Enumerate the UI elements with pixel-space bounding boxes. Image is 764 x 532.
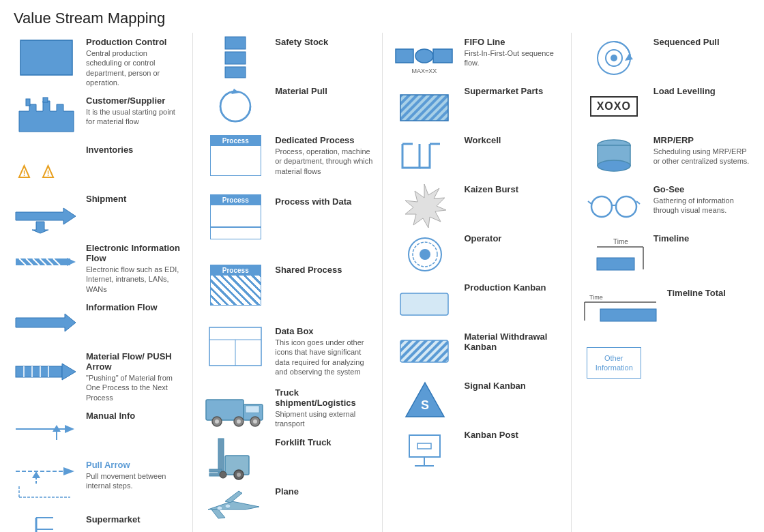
svg-text:MAX=XX: MAX=XX [411, 68, 437, 74]
item-supermarket: Supermarket [7, 510, 190, 532]
label-load-levelling: Load Levelling [653, 86, 716, 96]
svg-point-55 [237, 419, 241, 424]
icon-pull-arrow [12, 460, 80, 501]
icon-signal-kanban: S [391, 381, 459, 422]
item-manual-info: Manual Info [7, 407, 190, 456]
label-material-flow-push: Material Flow/ PUSH Arrow [86, 351, 184, 372]
icon-kaizen-burst [391, 184, 459, 225]
item-plane: Plane [196, 482, 379, 531]
item-pull-arrow: Pull Arrow Pull movement between interna… [7, 456, 190, 510]
icon-sequenced-pull [580, 37, 648, 78]
svg-marker-19 [16, 314, 76, 331]
icon-timeline-total: Time [580, 288, 662, 329]
label-forklift: Forklift Truck [275, 437, 331, 447]
label-supermarket: Supermarket [86, 514, 140, 524]
label-mrp-erp: MRP/ERP [653, 135, 752, 145]
svg-rect-79 [400, 95, 448, 121]
label-sequenced-pull: Sequenced Pull [653, 37, 720, 47]
desc-truck-shipment: Shipment using external transport [275, 409, 373, 429]
svg-point-63 [237, 473, 241, 477]
svg-marker-18 [67, 258, 76, 266]
column-2: Safety Stock Material Pull [196, 33, 379, 532]
item-truck-shipment: Truck shipment/Logistics Shipment using … [196, 383, 379, 433]
item-signal-kanban: S Signal Kanban [385, 376, 568, 426]
svg-text:!: ! [47, 169, 50, 177]
desc-fifo-line: First-In-First-Out sequence flow. [465, 48, 563, 68]
label-production-kanban: Production Kanban [465, 282, 546, 293]
svg-rect-73 [396, 49, 413, 63]
svg-point-104 [616, 196, 636, 217]
desc-dedicated-process: Process, operation, machine or departmen… [275, 147, 373, 176]
label-process-with-data: Process with Data [275, 196, 351, 207]
svg-rect-51 [246, 406, 259, 413]
svg-line-106 [588, 201, 591, 204]
icon-information-flow [12, 302, 80, 343]
svg-point-102 [598, 160, 630, 171]
item-inventories: ! ! Inventories [7, 141, 190, 190]
process-with-data-header: Process [211, 195, 261, 205]
shared-process-header: Process [211, 265, 261, 276]
icon-dedicated-process: Process [201, 135, 269, 176]
label-data-box: Data Box [275, 326, 373, 336]
item-kanban-post: Kanban Post [385, 426, 568, 475]
item-supermarket-parts: Supermarket Parts [385, 82, 568, 131]
label-signal-kanban: Signal Kanban [465, 381, 526, 391]
item-customer-supplier: Customer/Supplier It is the usual starti… [7, 91, 190, 141]
item-workcell: Workcell [385, 131, 568, 180]
page-title: Value Stream Mapping [0, 0, 764, 33]
item-material-flow-push: Material Flow/ PUSH Arrow "Pushing" of M… [7, 347, 190, 407]
svg-rect-59 [218, 439, 224, 473]
icon-supermarket-parts [391, 86, 459, 127]
label-dedicated-process: Dedicated Process [275, 135, 373, 145]
svg-marker-82 [405, 184, 446, 228]
column-1: Production Control Central production sc… [7, 33, 190, 532]
item-shipment: Shipment [7, 190, 190, 239]
item-timeline: Time Timeline [574, 229, 757, 284]
column-3: MAX=XX FIFO Line First-In-First-Out sequ… [385, 33, 568, 532]
label-timeline: Timeline [653, 233, 690, 243]
svg-point-66 [225, 504, 231, 508]
svg-rect-42 [225, 52, 246, 64]
icon-process-with-data: Process [201, 196, 269, 237]
svg-rect-89 [400, 340, 448, 362]
item-information-flow: Information Flow [7, 298, 190, 347]
svg-marker-8 [16, 208, 76, 224]
icon-supermarket [12, 514, 80, 532]
icon-go-see [580, 184, 648, 225]
item-sequenced-pull: Sequenced Pull [574, 33, 757, 82]
label-shipment: Shipment [86, 194, 126, 204]
item-fifo-line: MAX=XX FIFO Line First-In-First-Out sequ… [385, 33, 568, 82]
item-timeline-total: Time Timeline Total [574, 284, 757, 338]
svg-text:Time: Time [589, 294, 603, 301]
svg-point-53 [215, 419, 219, 424]
svg-marker-27 [65, 425, 74, 433]
item-data-box: Data Box This icon goes under other icon… [196, 322, 379, 383]
svg-rect-86 [400, 293, 448, 315]
label-material-pull: Material Pull [275, 86, 327, 96]
desc-mrp-erp: Scheduling using MRP/ERP or other centra… [653, 147, 752, 166]
label-production-control: Production Control [86, 37, 184, 47]
svg-rect-60 [209, 469, 222, 472]
svg-rect-111 [597, 258, 634, 270]
item-forklift: Forklift Truck [196, 433, 379, 482]
item-shared-process: Process Shared Process [196, 261, 379, 322]
icon-shipment [12, 194, 80, 235]
item-mrp-erp: MRP/ERP Scheduling using MRP/ERP or othe… [574, 131, 757, 180]
desc-pull-arrow: Pull movement between internal steps. [86, 471, 184, 491]
item-material-withdrawal-kanban: Material Withdrawal Kanban [385, 327, 568, 376]
item-load-levelling: XOXO Load Levelling [574, 82, 757, 131]
label-fifo-line: FIFO Line [465, 37, 563, 47]
icon-electronic-info-flow [12, 243, 80, 284]
item-kaizen-burst: Kaizen Burst [385, 180, 568, 229]
label-customer-supplier: Customer/Supplier [86, 95, 184, 106]
svg-point-74 [415, 49, 433, 63]
label-pull-arrow: Pull Arrow [86, 460, 184, 470]
svg-marker-33 [32, 471, 40, 478]
label-kaizen-burst: Kaizen Burst [465, 184, 518, 194]
svg-text:Time: Time [613, 238, 628, 246]
item-production-kanban: Production Kanban [385, 278, 568, 327]
icon-data-box [201, 326, 269, 367]
svg-point-98 [611, 55, 617, 61]
label-timeline-total: Timeline Total [667, 288, 726, 298]
svg-marker-9 [32, 222, 48, 233]
